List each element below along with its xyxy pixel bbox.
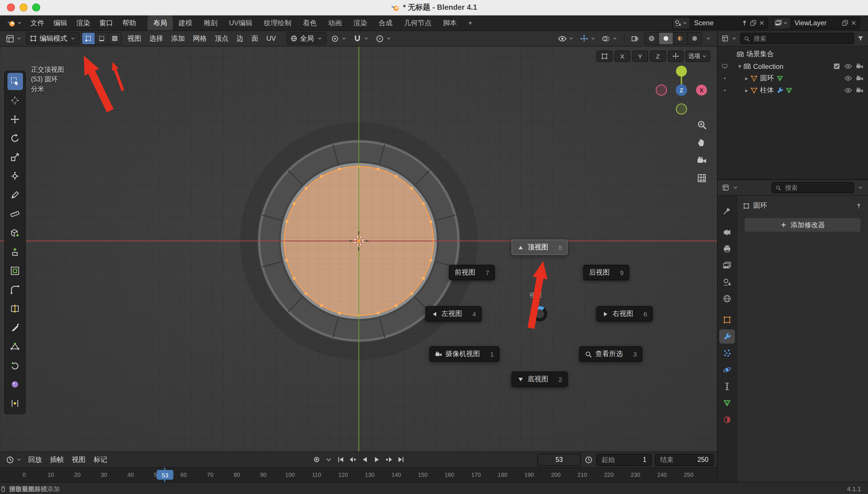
zoom-view-button[interactable] (697, 120, 707, 130)
tool-spin[interactable] (7, 357, 23, 374)
play-reverse-button[interactable] (361, 456, 369, 463)
workspace-tab[interactable]: + (462, 16, 478, 31)
row-label[interactable]: 柱体 (760, 86, 774, 95)
next-keyframe-button[interactable] (385, 456, 393, 463)
tab-object-data[interactable] (719, 396, 735, 410)
rendered-shading-button[interactable] (688, 33, 702, 44)
pie-menu-item[interactable]: 前视图 7 (449, 265, 495, 280)
tool-select-box[interactable] (7, 73, 23, 90)
workspace-tab[interactable]: 建模 (173, 16, 198, 31)
timeline-menu-item[interactable]: 回放 (24, 452, 46, 467)
row-label[interactable]: Collection (753, 62, 783, 70)
workspace-tab[interactable]: 几何节点 (398, 16, 437, 31)
viewport-menu-item[interactable]: 面 (247, 31, 262, 46)
tab-output[interactable] (719, 242, 735, 256)
grid-toggle-button[interactable] (697, 173, 707, 183)
frame-start-field[interactable]: 起始1 (596, 454, 651, 466)
tab-view-layer[interactable] (719, 258, 735, 272)
viewlayer-selector[interactable]: ViewLayer (773, 17, 860, 29)
filter-funnel-icon[interactable] (857, 35, 864, 42)
preview-range-clock-icon[interactable] (585, 455, 593, 464)
blender-menu-button[interactable] (5, 19, 25, 27)
viewport-menu-item[interactable]: 视图 (124, 31, 145, 46)
tool-smooth[interactable] (7, 376, 23, 393)
zoom-window-button[interactable] (32, 3, 40, 12)
tab-render[interactable] (719, 225, 735, 239)
hide-eye-icon[interactable] (845, 75, 852, 82)
hide-eye-icon[interactable] (845, 62, 852, 70)
workspace-tab[interactable]: 雕刻 (198, 16, 223, 31)
tool-poly-build[interactable] (7, 338, 23, 355)
disable-render-icon[interactable] (856, 75, 863, 82)
overlays-dropdown[interactable] (599, 34, 620, 43)
outliner-row[interactable]: ▸ 圆环 (718, 72, 868, 84)
viewport-menu-item[interactable]: 添加 (167, 31, 189, 46)
pie-menu-item[interactable]: 后视图 9 (583, 265, 629, 280)
workspace-tab[interactable]: 脚本 (437, 16, 462, 31)
jump-to-start-button[interactable] (336, 456, 345, 463)
tool-extrude-region[interactable] (7, 243, 23, 261)
snap-button[interactable] (350, 34, 371, 43)
viewport-menu-item[interactable]: 选择 (145, 31, 167, 46)
pie-menu-item[interactable]: 摄像机视图 1 (429, 346, 499, 362)
tab-world[interactable] (719, 291, 735, 306)
tab-particles[interactable] (719, 346, 735, 360)
topbar-menu-item[interactable]: 编辑 (49, 16, 72, 31)
workspace-tab[interactable]: 着色 (297, 16, 322, 31)
axis-y-negative[interactable] (676, 104, 687, 114)
pan-view-button[interactable] (697, 138, 707, 148)
expand-arrow[interactable]: ▸ (743, 87, 750, 94)
row-label[interactable]: 圆环 (760, 73, 774, 83)
pin-icon[interactable] (741, 19, 748, 26)
timeline-ruler[interactable]: 0102030405060708090100110120130140150160… (0, 468, 717, 482)
row-label[interactable]: 场景集合 (746, 49, 774, 59)
properties-search-input[interactable] (784, 184, 850, 192)
camera-view-button[interactable] (697, 155, 707, 165)
hide-eye-icon[interactable] (845, 87, 852, 94)
axis-y-positive[interactable] (676, 66, 687, 77)
viewport-menu-item[interactable]: 顶点 (211, 31, 233, 46)
edge-select-button[interactable] (95, 33, 108, 44)
workspace-tab[interactable]: 动画 (322, 16, 348, 31)
outliner-row[interactable]: 场景集合 (718, 48, 868, 60)
topbar-menu-item[interactable]: 渲染 (72, 16, 95, 31)
mirror-axis-button[interactable]: Z (650, 51, 666, 62)
tool-knife[interactable] (7, 319, 23, 336)
editor-type-button[interactable] (3, 34, 24, 43)
pie-menu-item[interactable]: 右视图 6 (596, 306, 653, 322)
visibility-dropdown[interactable] (556, 34, 576, 43)
workspace-tab[interactable]: 合成 (373, 16, 398, 31)
timeline-menu-item[interactable]: 标记 (90, 452, 111, 467)
workspace-tab[interactable]: 渲染 (348, 16, 373, 31)
close-icon[interactable] (850, 19, 857, 26)
copy-icon[interactable] (750, 19, 757, 26)
pin-icon[interactable] (855, 202, 862, 209)
axis-x-negative[interactable] (656, 85, 666, 95)
frame-end-field[interactable]: 结束250 (655, 454, 714, 466)
tab-object[interactable] (719, 313, 735, 327)
viewport-menu-item[interactable]: 网格 (189, 31, 211, 46)
material-preview-button[interactable] (673, 33, 687, 44)
add-modifier-button[interactable]: 添加修改器 (744, 217, 861, 232)
tool-edge-slide[interactable] (7, 395, 23, 412)
outliner-row[interactable]: ▸ 柱体 (718, 84, 868, 96)
auto-keying-button[interactable] (312, 456, 320, 463)
solid-shading-button[interactable] (659, 33, 673, 44)
tool-rotate[interactable] (7, 130, 23, 147)
tool-measure[interactable] (7, 205, 23, 223)
tool-move[interactable] (7, 111, 23, 128)
mode-dropdown[interactable]: 编辑模式 (26, 32, 80, 45)
tab-tool[interactable] (719, 204, 735, 218)
disable-render-icon[interactable] (856, 87, 863, 94)
timeline-editor-type-button[interactable] (3, 455, 24, 464)
properties-editor-icon[interactable] (722, 184, 729, 191)
play-button[interactable] (373, 456, 381, 463)
tool-transform[interactable] (7, 168, 23, 185)
copy-icon[interactable] (842, 19, 849, 26)
gizmos-dropdown[interactable] (577, 34, 598, 43)
minimize-window-button[interactable] (19, 3, 27, 12)
tab-scene[interactable] (719, 275, 735, 289)
options-dropdown[interactable]: 选项 (685, 51, 710, 62)
workspace-tab[interactable]: 纹理绘制 (258, 16, 297, 31)
face-select-button[interactable] (109, 33, 121, 44)
